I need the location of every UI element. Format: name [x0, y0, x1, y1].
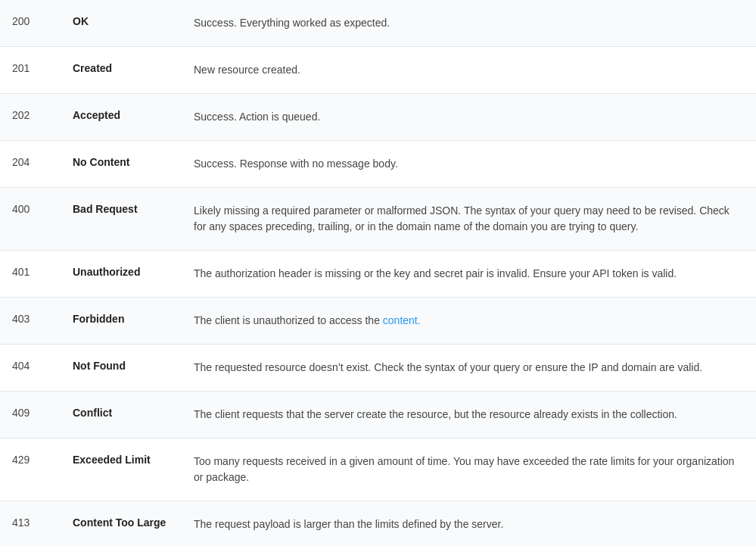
table-row: 429Exceeded LimitToo many requests recei…	[0, 438, 756, 501]
status-description: The requested resource doesn’t exist. Ch…	[182, 345, 756, 392]
status-description: Success. Everything worked as expected.	[182, 0, 756, 47]
status-codes-container: 200OKSuccess. Everything worked as expec…	[0, 0, 756, 546]
status-code: 429	[0, 438, 61, 501]
table-row: 403ForbiddenThe client is unauthorized t…	[0, 298, 756, 345]
status-description: The client is unauthorized to access the…	[182, 298, 756, 345]
status-name: Created	[61, 47, 182, 94]
table-row: 400Bad RequestLikely missing a required …	[0, 188, 756, 251]
table-row: 404Not FoundThe requested resource doesn…	[0, 345, 756, 392]
table-row: 200OKSuccess. Everything worked as expec…	[0, 0, 756, 47]
status-name: Conflict	[61, 392, 182, 438]
status-description: The request payload is larger than the l…	[182, 501, 756, 547]
status-description: The client requests that the server crea…	[182, 392, 756, 438]
status-name: No Content	[61, 141, 182, 188]
status-code: 403	[0, 298, 61, 345]
table-row: 202AcceptedSuccess. Action is queued.	[0, 94, 756, 141]
status-code: 409	[0, 392, 61, 438]
content-link[interactable]: content.	[383, 314, 421, 326]
status-description: Likely missing a required parameter or m…	[182, 188, 756, 251]
status-name: Bad Request	[61, 188, 182, 251]
status-code: 202	[0, 94, 61, 141]
table-row: 204No ContentSuccess. Response with no m…	[0, 141, 756, 188]
status-code: 201	[0, 47, 61, 94]
status-description: Success. Action is queued.	[182, 94, 756, 141]
status-name: Forbidden	[61, 298, 182, 345]
status-code: 401	[0, 251, 61, 298]
status-code: 204	[0, 141, 61, 188]
status-code: 200	[0, 0, 61, 47]
status-name: Exceeded Limit	[61, 438, 182, 501]
status-description: The authorization header is missing or t…	[182, 251, 756, 298]
status-name: OK	[61, 0, 182, 47]
status-name: Accepted	[61, 94, 182, 141]
status-name: Not Found	[61, 345, 182, 392]
status-table: 200OKSuccess. Everything worked as expec…	[0, 0, 756, 546]
status-name: Content Too Large	[61, 501, 182, 547]
table-row: 201CreatedNew resource created.	[0, 47, 756, 94]
table-row: 413Content Too LargeThe request payload …	[0, 501, 756, 547]
status-code: 404	[0, 345, 61, 392]
status-code: 400	[0, 188, 61, 251]
table-row: 409ConflictThe client requests that the …	[0, 392, 756, 438]
status-name: Unauthorized	[61, 251, 182, 298]
status-description: New resource created.	[182, 47, 756, 94]
status-description: Too many requests received in a given am…	[182, 438, 756, 501]
status-code: 413	[0, 501, 61, 547]
table-row: 401UnauthorizedThe authorization header …	[0, 251, 756, 298]
status-description: Success. Response with no message body.	[182, 141, 756, 188]
